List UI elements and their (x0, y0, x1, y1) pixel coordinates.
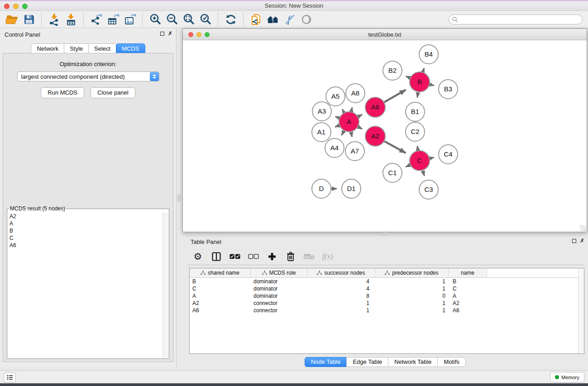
toggle-graphics-details-button[interactable]: f (281, 12, 298, 27)
table-cell[interactable]: A6 (190, 307, 251, 314)
table-cell[interactable]: 1 (307, 300, 375, 306)
graph-node-D[interactable]: D (312, 179, 331, 198)
graph-edge-A-A2[interactable] (358, 127, 362, 129)
table-cell[interactable]: dominator (251, 293, 307, 299)
graph-node-D1[interactable]: D1 (342, 179, 361, 198)
table-cell[interactable]: 1 (375, 286, 449, 292)
graph-node-C[interactable]: C (410, 151, 430, 171)
table-cell[interactable]: A2 (449, 300, 487, 306)
graph-edge-C-C3[interactable] (423, 171, 425, 176)
mcds-result-item[interactable]: A2 (8, 213, 163, 220)
tab-motifs[interactable]: Motifs (437, 357, 466, 367)
graph-node-A5[interactable]: A5 (326, 87, 345, 106)
table-cell[interactable]: connector (251, 300, 307, 306)
graph-edge-A-A5[interactable] (342, 109, 344, 113)
graph-edge-B-B3[interactable] (430, 85, 434, 86)
graph-node-B[interactable]: B (410, 72, 430, 92)
delete-column-button[interactable] (285, 251, 296, 262)
graph-node-A2[interactable]: A2 (365, 126, 385, 146)
graph-node-C4[interactable]: C4 (439, 145, 458, 164)
search-box[interactable] (449, 14, 583, 24)
table-cell[interactable]: B (449, 278, 487, 285)
column-header-name[interactable]: name (449, 268, 487, 277)
clone-network-button[interactable] (248, 12, 264, 27)
mcds-result-item[interactable]: C (8, 234, 163, 242)
mcds-result-list[interactable]: A2ABCA6 (8, 213, 163, 358)
zoom-out-button[interactable] (163, 12, 180, 27)
table-cell[interactable]: A (449, 293, 487, 299)
home-button[interactable] (264, 12, 281, 27)
mcds-result-item[interactable]: A6 (8, 242, 163, 249)
export-network-button[interactable] (88, 12, 105, 27)
table-cell[interactable]: dominator (251, 278, 307, 285)
open-session-button[interactable] (4, 12, 20, 27)
search-input[interactable] (458, 16, 579, 23)
close-panel-icon[interactable]: ✗ (580, 238, 584, 243)
table-cell[interactable]: C (190, 286, 251, 292)
graph-edge-A2-C[interactable] (384, 141, 406, 153)
table-cell[interactable]: A6 (449, 307, 487, 314)
tab-network-table[interactable]: Network Table (388, 357, 438, 367)
network-canvas[interactable]: AA1A2A3A4A5A6A7A8BB1B2B3B4CC1C2C3C4DD1 (183, 40, 587, 232)
create-column-button[interactable] (267, 251, 277, 262)
table-scrollbar[interactable] (578, 268, 584, 353)
horizontal-divider-handle[interactable] (382, 232, 389, 235)
show-hide-button[interactable] (298, 12, 315, 27)
column-header-shared-name[interactable]: shared name (190, 268, 251, 277)
graph-node-B1[interactable]: B1 (406, 102, 425, 121)
graph-node-A6[interactable]: A6 (365, 97, 385, 117)
export-image-button[interactable] (121, 12, 138, 27)
graph-edge-B-B2[interactable] (406, 76, 410, 78)
function-builder-button[interactable]: f(x) (322, 251, 333, 262)
task-history-button[interactable] (4, 372, 16, 382)
table-cell[interactable]: 4 (307, 278, 375, 285)
graph-node-C1[interactable]: C1 (383, 163, 402, 182)
table-row[interactable]: A2connector11A2 (190, 300, 584, 307)
graph-node-B3[interactable]: B3 (439, 80, 458, 99)
close-panel-button[interactable]: Close panel (91, 87, 135, 98)
export-table-button[interactable] (105, 12, 121, 27)
save-session-button[interactable] (20, 12, 37, 27)
table-cell[interactable]: 1 (375, 278, 449, 285)
vertical-divider-handle[interactable] (177, 195, 181, 201)
column-header-successor-nodes[interactable]: successor nodes (307, 268, 375, 277)
graph-node-A[interactable]: A (339, 112, 359, 132)
graph-edge-A-A6[interactable] (358, 114, 362, 117)
table-cell[interactable]: 1 (375, 300, 449, 306)
optimization-criterion-select[interactable]: largest connected component (directed) (17, 71, 159, 81)
table-row[interactable]: A6connector11A6 (190, 307, 584, 314)
import-network-button[interactable] (46, 12, 62, 27)
table-cell[interactable]: dominator (251, 286, 307, 292)
zoom-in-button[interactable] (147, 12, 163, 27)
graph-edge-A-A3[interactable] (335, 117, 339, 118)
zoom-selected-button[interactable] (197, 12, 214, 27)
graph-node-A1[interactable]: A1 (312, 123, 331, 142)
table-cell[interactable]: 8 (307, 293, 375, 299)
float-panel-icon[interactable] (572, 239, 576, 243)
table-cell[interactable]: C (449, 286, 487, 292)
graph-node-C3[interactable]: C3 (419, 180, 438, 199)
memory-button[interactable]: Memory (550, 372, 584, 382)
refresh-view-button[interactable] (222, 12, 239, 27)
network-window-titlebar[interactable]: testGlobe.txt (183, 29, 587, 40)
graph-node-A8[interactable]: A8 (346, 84, 365, 103)
table-cell[interactable]: A (190, 293, 251, 299)
show-columns-button[interactable] (211, 251, 222, 262)
graph-node-A4[interactable]: A4 (325, 138, 344, 157)
graph-node-B2[interactable]: B2 (383, 61, 402, 80)
column-header-predecessor-nodes[interactable]: predecessor nodes (375, 268, 449, 277)
graph-edge-A6-B[interactable] (384, 90, 406, 102)
table-settings-button[interactable]: ⚙ (192, 251, 203, 262)
table-cell[interactable]: B (190, 278, 251, 285)
tab-edge-table[interactable]: Edge Table (346, 357, 388, 367)
delete-table-button[interactable] (304, 251, 315, 262)
graph-edge-C-C1[interactable] (406, 165, 410, 167)
graph-edge-B-B1[interactable] (417, 92, 418, 98)
mcds-result-scrollbar[interactable] (163, 213, 168, 358)
graph-node-A7[interactable]: A7 (345, 142, 364, 161)
select-all-button[interactable] (229, 251, 240, 262)
graph-edge-A-A1[interactable] (335, 125, 339, 127)
float-panel-icon[interactable] (160, 32, 164, 36)
graph-edge-B-B4[interactable] (423, 68, 424, 72)
table-cell[interactable]: 1 (307, 307, 375, 314)
